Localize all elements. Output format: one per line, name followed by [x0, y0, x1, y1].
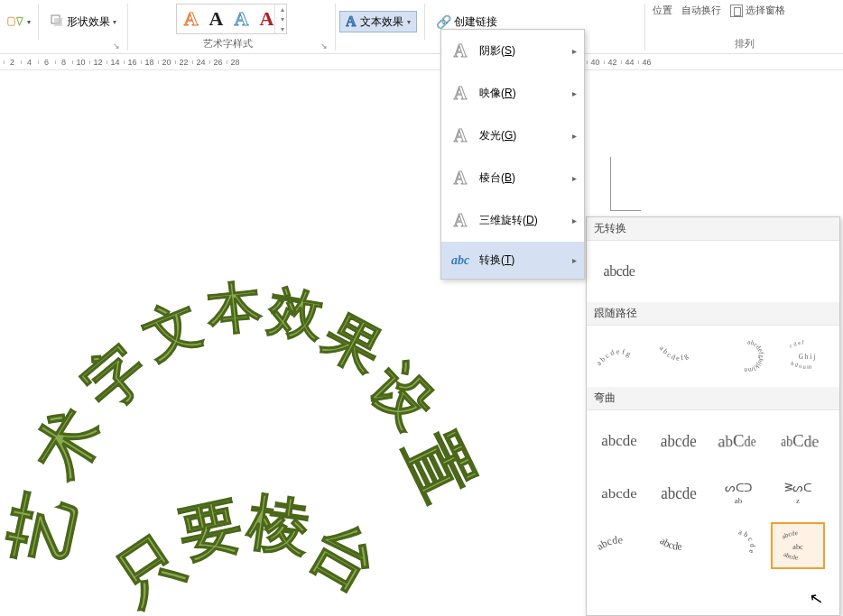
link-icon: 🔗 — [436, 14, 451, 29]
image-placeholder — [610, 157, 641, 211]
ruler-tick: 18 — [141, 58, 158, 67]
ruler-tick: 44 — [621, 58, 638, 67]
transform-option-warp11[interactable]: a b c d e — [711, 522, 765, 569]
wordart-gallery[interactable]: A A A A ▴▾▾ — [176, 4, 288, 34]
svg-text:a b c d e f g: a b c d e f g — [595, 347, 632, 367]
shadow-a-icon: A — [450, 41, 470, 61]
wordart-char: 棱 — [243, 482, 315, 572]
dropdown-label: 发光(G) — [479, 128, 516, 143]
shape-effects-label: 形状效果 — [67, 14, 110, 30]
wordart-style-blue-icon[interactable]: A — [231, 6, 253, 32]
submenu-arrow-icon: ▸ — [572, 255, 577, 265]
transform-option-warp7[interactable]: ᔕᑕᑐab — [711, 470, 765, 517]
reflection-a-icon: A — [450, 83, 470, 104]
wordart-char: 艺 — [0, 484, 97, 573]
ruler-tick: 6 — [38, 58, 55, 67]
glow-a-icon: A — [450, 125, 470, 146]
transform-option-warp12[interactable]: abcdeabcabcde — [771, 522, 825, 569]
dropdown-label: 转换(T) — [479, 253, 514, 268]
text-effects-label: 文本效果 — [360, 14, 403, 30]
ruler-tick: 8 — [55, 58, 72, 67]
ruler-tick: 14 — [107, 58, 124, 67]
ruler-tick: 24 — [192, 58, 209, 67]
dialog-launcher-icon[interactable]: ↘ — [113, 41, 120, 51]
svg-text:a b c d e f g: a b c d e f g — [658, 344, 690, 362]
dropdown-item-3drotation[interactable]: A 三维旋转(D) ▸ — [441, 199, 584, 242]
text-effects-a-icon: A — [346, 14, 357, 30]
svg-text:a b c d e: a b c d e — [738, 528, 757, 555]
transform-option-warp9[interactable]: abcde — [592, 522, 646, 569]
horizontal-ruler[interactable]: 2 4 6 8 10 12 14 16 18 20 22 24 26 28 40… — [0, 54, 843, 70]
svg-text:c d e f: c d e f — [788, 338, 805, 348]
wordart-char: 本 — [204, 270, 265, 348]
selection-pane-label: 选择窗格 — [746, 4, 785, 17]
dropdown-label: 阴影(S) — [479, 43, 515, 59]
text-effects-button[interactable]: A 文本效果 ▾ — [339, 11, 417, 32]
shape-group: ▾ 形状效果 ▾ ↘ — [0, 4, 128, 51]
svg-text:abcde: abcde — [658, 534, 682, 552]
svg-text:abc: abc — [792, 543, 803, 551]
submenu-arrow-icon: ▸ — [572, 131, 577, 141]
wordart-styles-group: A A A A ▴▾▾ 艺术字样式 ↘ — [128, 4, 336, 51]
section-header-follow-path: 跟随路径 — [587, 302, 839, 326]
wordart-object[interactable]: 艺 术 字 文 本 效 果 设 置 只 要 棱 台 — [0, 256, 478, 616]
transform-option-warp5[interactable]: abcde — [592, 470, 646, 517]
shape-effects-icon — [50, 14, 64, 31]
separator — [38, 4, 39, 40]
transform-option-arch-down[interactable]: a b c d e f g — [652, 333, 706, 380]
svg-text:abcde: abcde — [594, 533, 623, 553]
dropdown-item-bevel[interactable]: A 棱台(B) ▸ — [441, 157, 584, 199]
ruler-tick: 28 — [227, 58, 244, 67]
chevron-down-icon[interactable]: ▾ — [27, 18, 31, 26]
ruler-tick: 20 — [158, 58, 175, 67]
dropdown-item-transform[interactable]: abc 转换(T) ▸ — [441, 242, 584, 279]
transform-option-warp10[interactable]: abcde — [652, 522, 706, 569]
wordart-style-black-icon[interactable]: A — [206, 6, 227, 32]
ruler-tick: 22 — [175, 58, 192, 67]
shape-effects-button[interactable]: 形状效果 ▾ — [46, 12, 120, 32]
section-header-warp: 弯曲 — [587, 387, 839, 410]
svg-text:ᔕᑕᑐ: ᔕᑕᑐ — [725, 482, 752, 494]
submenu-arrow-icon: ▸ — [572, 46, 577, 56]
transform-option-warp8[interactable]: ᕒᔕᑕz — [771, 470, 825, 517]
arrange-group: 位置 自动换行 选择窗格 排列 — [644, 4, 843, 51]
gallery-scroll[interactable]: ▴▾▾ — [281, 5, 284, 33]
selection-pane-button[interactable]: 选择窗格 — [730, 4, 785, 17]
transform-option-warp4[interactable]: abCde — [771, 418, 825, 464]
position-label[interactable]: 位置 — [653, 4, 672, 17]
svg-rect-3 — [54, 18, 62, 26]
dropdown-item-glow[interactable]: A 发光(G) ▸ — [441, 115, 584, 157]
transform-option-circle[interactable]: abcdefghijklmn — [720, 333, 774, 380]
dropdown-item-shadow[interactable]: A 阴影(S) ▸ — [441, 30, 584, 72]
ruler-tick: 40 — [587, 58, 604, 67]
svg-text:G h i j: G h i j — [799, 354, 815, 361]
transform-option-arch-up[interactable]: a b c d e f g — [592, 333, 646, 380]
pane-icon — [730, 5, 743, 17]
svg-text:abcdefghijklmn: abcdefghijklmn — [744, 338, 765, 374]
ruler-tick: 2 — [4, 58, 21, 67]
transform-option-warp3[interactable]: abCde — [711, 418, 765, 464]
ruler-tick: 42 — [604, 58, 621, 67]
svg-text:b d o u m: b d o u m — [790, 360, 811, 370]
section-header-no-transform: 无转换 — [587, 217, 839, 241]
wrap-label[interactable]: 自动换行 — [681, 4, 721, 17]
dropdown-item-reflection[interactable]: A 映像(R) ▸ — [441, 72, 584, 115]
dialog-launcher-icon[interactable]: ↘ — [320, 41, 328, 51]
transform-option-warp6[interactable]: abcde — [652, 470, 706, 517]
wordart-style-orange-icon[interactable]: A — [181, 6, 202, 32]
ruler-tick: 26 — [209, 58, 227, 67]
ruler-tick: 12 — [89, 58, 107, 67]
chevron-down-icon: ▾ — [113, 18, 116, 26]
transform-option-none[interactable]: abcde — [592, 248, 646, 295]
dropdown-label: 映像(R) — [479, 86, 516, 101]
transform-option-button[interactable]: c d e fG h i jb d o u m — [780, 333, 834, 380]
submenu-arrow-icon: ▸ — [572, 88, 577, 98]
chevron-down-icon: ▾ — [407, 18, 411, 26]
transform-option-warp1[interactable]: abcde — [592, 418, 646, 464]
wordart-style-red-icon[interactable]: A — [255, 6, 277, 32]
svg-text:ᕒᔕᑕ: ᕒᔕᑕ — [784, 482, 811, 494]
svg-text:abcde: abcde — [783, 551, 798, 562]
transform-option-warp2[interactable]: abcde — [652, 418, 706, 464]
dropdown-label: 三维旋转(D) — [479, 213, 538, 228]
svg-text:abcde: abcde — [781, 529, 798, 540]
